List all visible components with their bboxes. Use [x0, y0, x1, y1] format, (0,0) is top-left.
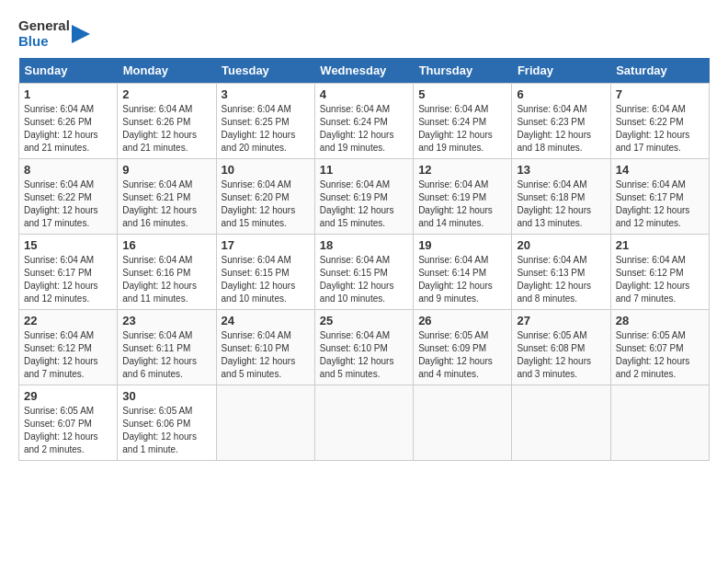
day-number: 14: [616, 163, 704, 177]
calendar-cell: [314, 385, 413, 461]
calendar-cell: 17 Sunrise: 6:04 AM Sunset: 6:15 PM Dayl…: [216, 235, 314, 310]
day-info: Sunrise: 6:04 AM Sunset: 6:19 PM Dayligh…: [320, 178, 408, 230]
weekday-header: Thursday: [414, 58, 512, 84]
day-number: 17: [222, 238, 310, 252]
calendar-cell: 30 Sunrise: 6:05 AM Sunset: 6:06 PM Dayl…: [118, 385, 216, 461]
calendar-week-row: 22 Sunrise: 6:04 AM Sunset: 6:12 PM Dayl…: [19, 310, 710, 385]
weekday-header: Friday: [512, 58, 610, 84]
calendar-cell: 9 Sunrise: 6:04 AM Sunset: 6:21 PM Dayli…: [118, 159, 216, 235]
calendar-cell: 16 Sunrise: 6:04 AM Sunset: 6:16 PM Dayl…: [118, 235, 216, 310]
calendar-cell: [512, 385, 610, 461]
day-number: 16: [122, 238, 210, 252]
day-info: Sunrise: 6:04 AM Sunset: 6:15 PM Dayligh…: [320, 254, 408, 305]
calendar-cell: [414, 385, 512, 461]
calendar-cell: 21 Sunrise: 6:04 AM Sunset: 6:12 PM Dayl…: [610, 235, 709, 310]
day-info: Sunrise: 6:04 AM Sunset: 6:17 PM Dayligh…: [616, 178, 704, 230]
svg-marker-0: [72, 25, 90, 43]
day-number: 26: [418, 314, 506, 327]
day-number: 25: [320, 314, 408, 327]
day-number: 7: [616, 87, 704, 101]
calendar-cell: 15 Sunrise: 6:04 AM Sunset: 6:17 PM Dayl…: [19, 235, 118, 310]
day-info: Sunrise: 6:04 AM Sunset: 6:23 PM Dayligh…: [517, 103, 605, 155]
logo-arrow: [72, 25, 90, 43]
day-info: Sunrise: 6:05 AM Sunset: 6:09 PM Dayligh…: [418, 329, 506, 381]
calendar-cell: 7 Sunrise: 6:04 AM Sunset: 6:22 PM Dayli…: [610, 84, 709, 159]
calendar-cell: 5 Sunrise: 6:04 AM Sunset: 6:24 PM Dayli…: [414, 84, 512, 159]
day-number: 18: [320, 238, 408, 252]
weekday-header: Sunday: [19, 58, 118, 84]
calendar-cell: 20 Sunrise: 6:04 AM Sunset: 6:13 PM Dayl…: [512, 235, 610, 310]
calendar-cell: [216, 385, 314, 461]
calendar-cell: 25 Sunrise: 6:04 AM Sunset: 6:10 PM Dayl…: [314, 310, 413, 385]
day-number: 28: [616, 314, 704, 327]
day-number: 1: [24, 87, 112, 101]
day-number: 10: [222, 163, 310, 177]
calendar-cell: 22 Sunrise: 6:04 AM Sunset: 6:12 PM Dayl…: [19, 310, 118, 385]
day-info: Sunrise: 6:04 AM Sunset: 6:26 PM Dayligh…: [122, 103, 210, 155]
day-number: 9: [122, 163, 210, 177]
page-header: General Blue: [18, 18, 710, 49]
calendar-cell: 13 Sunrise: 6:04 AM Sunset: 6:18 PM Dayl…: [512, 159, 610, 235]
logo: General Blue: [18, 18, 90, 49]
calendar-cell: 27 Sunrise: 6:05 AM Sunset: 6:08 PM Dayl…: [512, 310, 610, 385]
day-number: 4: [320, 87, 408, 101]
calendar-cell: 11 Sunrise: 6:04 AM Sunset: 6:19 PM Dayl…: [314, 159, 413, 235]
day-info: Sunrise: 6:04 AM Sunset: 6:14 PM Dayligh…: [418, 254, 506, 305]
day-info: Sunrise: 6:04 AM Sunset: 6:22 PM Dayligh…: [616, 103, 704, 155]
weekday-header: Monday: [118, 58, 216, 84]
calendar-cell: 6 Sunrise: 6:04 AM Sunset: 6:23 PM Dayli…: [512, 84, 610, 159]
calendar-cell: 28 Sunrise: 6:05 AM Sunset: 6:07 PM Dayl…: [610, 310, 709, 385]
day-info: Sunrise: 6:05 AM Sunset: 6:07 PM Dayligh…: [24, 405, 112, 456]
day-info: Sunrise: 6:04 AM Sunset: 6:10 PM Dayligh…: [222, 329, 310, 381]
day-info: Sunrise: 6:04 AM Sunset: 6:22 PM Dayligh…: [24, 178, 112, 230]
calendar-cell: 23 Sunrise: 6:04 AM Sunset: 6:11 PM Dayl…: [118, 310, 216, 385]
day-number: 8: [24, 163, 112, 177]
day-number: 19: [418, 238, 506, 252]
day-number: 20: [517, 238, 605, 252]
day-number: 27: [517, 314, 605, 327]
calendar-cell: 2 Sunrise: 6:04 AM Sunset: 6:26 PM Dayli…: [118, 84, 216, 159]
day-info: Sunrise: 6:05 AM Sunset: 6:06 PM Dayligh…: [122, 405, 210, 456]
calendar-cell: 1 Sunrise: 6:04 AM Sunset: 6:26 PM Dayli…: [19, 84, 118, 159]
calendar-week-row: 29 Sunrise: 6:05 AM Sunset: 6:07 PM Dayl…: [19, 385, 710, 461]
calendar-cell: 10 Sunrise: 6:04 AM Sunset: 6:20 PM Dayl…: [216, 159, 314, 235]
calendar-cell: 12 Sunrise: 6:04 AM Sunset: 6:19 PM Dayl…: [414, 159, 512, 235]
day-info: Sunrise: 6:04 AM Sunset: 6:10 PM Dayligh…: [320, 329, 408, 381]
day-info: Sunrise: 6:05 AM Sunset: 6:08 PM Dayligh…: [517, 329, 605, 381]
day-number: 23: [122, 314, 210, 327]
day-info: Sunrise: 6:04 AM Sunset: 6:20 PM Dayligh…: [222, 178, 310, 230]
weekday-header-row: SundayMondayTuesdayWednesdayThursdayFrid…: [19, 58, 710, 84]
day-number: 30: [122, 389, 210, 403]
day-number: 15: [24, 238, 112, 252]
day-number: 12: [418, 163, 506, 177]
day-info: Sunrise: 6:04 AM Sunset: 6:24 PM Dayligh…: [418, 103, 506, 155]
calendar-cell: 26 Sunrise: 6:05 AM Sunset: 6:09 PM Dayl…: [414, 310, 512, 385]
day-number: 6: [517, 87, 605, 101]
weekday-header: Tuesday: [216, 58, 314, 84]
calendar-week-row: 8 Sunrise: 6:04 AM Sunset: 6:22 PM Dayli…: [19, 159, 710, 235]
weekday-header: Saturday: [610, 58, 709, 84]
day-info: Sunrise: 6:04 AM Sunset: 6:24 PM Dayligh…: [320, 103, 408, 155]
day-info: Sunrise: 6:04 AM Sunset: 6:12 PM Dayligh…: [24, 329, 112, 381]
day-info: Sunrise: 6:04 AM Sunset: 6:25 PM Dayligh…: [222, 103, 310, 155]
day-number: 21: [616, 238, 704, 252]
calendar-cell: 4 Sunrise: 6:04 AM Sunset: 6:24 PM Dayli…: [314, 84, 413, 159]
calendar-table: SundayMondayTuesdayWednesdayThursdayFrid…: [18, 58, 710, 461]
calendar-cell: 19 Sunrise: 6:04 AM Sunset: 6:14 PM Dayl…: [414, 235, 512, 310]
day-info: Sunrise: 6:04 AM Sunset: 6:26 PM Dayligh…: [24, 103, 112, 155]
day-number: 22: [24, 314, 112, 327]
day-number: 29: [24, 389, 112, 403]
calendar-week-row: 15 Sunrise: 6:04 AM Sunset: 6:17 PM Dayl…: [19, 235, 710, 310]
day-info: Sunrise: 6:04 AM Sunset: 6:18 PM Dayligh…: [517, 178, 605, 230]
calendar-cell: [610, 385, 709, 461]
day-number: 2: [122, 87, 210, 101]
day-number: 5: [418, 87, 506, 101]
day-info: Sunrise: 6:04 AM Sunset: 6:12 PM Dayligh…: [616, 254, 704, 305]
calendar-cell: 14 Sunrise: 6:04 AM Sunset: 6:17 PM Dayl…: [610, 159, 709, 235]
day-info: Sunrise: 6:04 AM Sunset: 6:16 PM Dayligh…: [122, 254, 210, 305]
day-number: 3: [222, 87, 310, 101]
calendar-cell: 18 Sunrise: 6:04 AM Sunset: 6:15 PM Dayl…: [314, 235, 413, 310]
day-info: Sunrise: 6:04 AM Sunset: 6:21 PM Dayligh…: [122, 178, 210, 230]
logo-general: General: [18, 18, 70, 34]
calendar-cell: 29 Sunrise: 6:05 AM Sunset: 6:07 PM Dayl…: [19, 385, 118, 461]
